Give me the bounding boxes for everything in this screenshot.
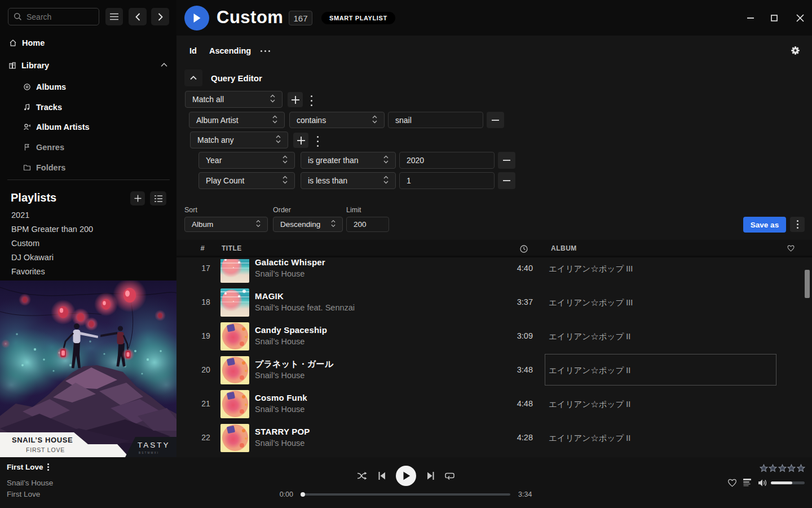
svg-text:BSTMMXI: BSTMMXI <box>139 452 159 454</box>
svg-text:FIRST LOVE: FIRST LOVE <box>26 446 65 453</box>
svg-text:SNAIL’S HOUSE: SNAIL’S HOUSE <box>12 436 73 444</box>
svg-text:TASTY: TASTY <box>138 441 170 449</box>
